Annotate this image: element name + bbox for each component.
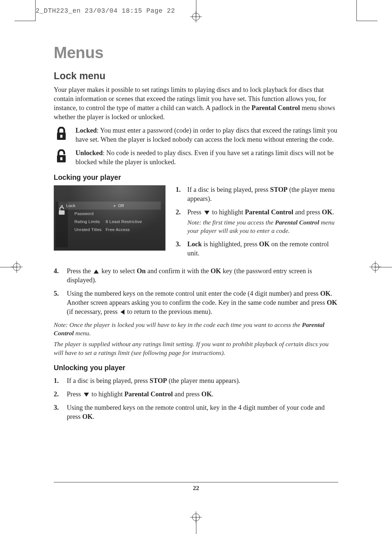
- screenshot-row-lock: ◄ Lock ► Off: [58, 202, 161, 210]
- step-text: If a disc is being played, press STOP (t…: [187, 185, 338, 203]
- page-number: 22: [0, 485, 392, 492]
- footer-rule: [54, 482, 338, 482]
- step-3: 3. Lock is highlighted, press OK on the …: [176, 240, 338, 258]
- note-locked: Note: Once the player is locked you will…: [54, 321, 338, 338]
- unlocked-label: Unlocked: [75, 149, 103, 157]
- step-number: 3.: [54, 403, 64, 421]
- locked-desc: : You must enter a password (code) in or…: [75, 127, 337, 143]
- unlock-steps: 1. If a disc is being played, press STOP…: [54, 376, 338, 421]
- cell-l: Password: [58, 211, 106, 216]
- step-text: Using the numbered keys on the remote co…: [67, 403, 338, 421]
- step-text: Lock is highlighted, press OK on the rem…: [187, 240, 338, 258]
- screenshot-row-unrated: Unrated Titles Free Access: [58, 226, 161, 234]
- screenshot-row-password: Password: [58, 210, 161, 218]
- lock-closed-icon: [54, 126, 69, 141]
- svg-rect-15: [60, 157, 62, 160]
- left-arrow-icon: [121, 310, 124, 315]
- step-number: 2.: [54, 390, 64, 399]
- unlock-step-3: 3. Using the numbered keys on the remote…: [54, 403, 338, 421]
- sub-heading-locking: Locking your player: [54, 173, 338, 182]
- step-number: 2.: [176, 208, 184, 235]
- locking-split: ◄ Lock ► Off Password Rating Limits 8 Le…: [54, 185, 338, 262]
- unlocked-text: Unlocked: No code is needed to play disc…: [75, 149, 338, 167]
- step-text: If a disc is being played, press STOP (t…: [67, 376, 338, 385]
- full-width-steps: 4. Press the key to select On and confir…: [54, 267, 338, 316]
- cell-r: 8 Least Restrictive: [106, 219, 161, 224]
- step-text: Press to highlight Parental Control and …: [67, 390, 338, 399]
- step-number: 5.: [54, 289, 64, 316]
- registration-mark-right: [369, 261, 381, 273]
- unlocked-desc: : No code is needed to play discs. Even …: [75, 149, 334, 166]
- step-2: 2. Press to highlight Parental Control a…: [176, 208, 338, 235]
- steps-right: 1. If a disc is being played, press STOP…: [176, 185, 338, 262]
- registration-mark-bottom: [190, 511, 202, 523]
- menu-screenshot: ◄ Lock ► Off Password Rating Limits 8 Le…: [54, 185, 166, 251]
- up-arrow-icon: [94, 270, 99, 274]
- corner-mark-tl: [15, 0, 36, 21]
- svg-rect-13: [60, 135, 62, 138]
- step-text: Press the key to select On and confirm i…: [67, 267, 338, 285]
- step-text: Using the numbered keys on the remote co…: [67, 289, 338, 316]
- step-5: 5. Using the numbered keys on the remote…: [54, 289, 338, 316]
- intro-bold: Parental Control: [252, 104, 300, 112]
- unlocked-row: Unlocked: No code is needed to play disc…: [54, 149, 338, 167]
- note-supply: The player is supplied without any ratin…: [54, 340, 338, 357]
- intro-paragraph: Your player makes it possible to set rat…: [54, 85, 338, 122]
- unlock-step-2: 2. Press to highlight Parental Control a…: [54, 390, 338, 399]
- unlock-step-1: 1. If a disc is being played, press STOP…: [54, 376, 338, 385]
- cell-r: Free Access: [106, 227, 161, 232]
- page-title: Menus: [54, 44, 338, 62]
- step-number: 4.: [54, 267, 64, 285]
- cell-l: Rating Limits: [58, 219, 106, 224]
- cell-l: Unrated Titles: [58, 227, 106, 232]
- print-header: 2_DTH223_en 23/03/04 18:15 Page 22: [36, 7, 175, 15]
- arrow-right-icon: ►: [112, 203, 118, 208]
- arrow-left-icon: ◄: [58, 203, 65, 208]
- down-arrow-icon: [204, 211, 209, 215]
- down-arrow-icon: [84, 393, 89, 397]
- step-number: 1.: [176, 185, 184, 203]
- step-number: 1.: [54, 376, 64, 385]
- locked-text: Locked: You must enter a password (code)…: [75, 126, 338, 144]
- cell-l: Lock: [65, 203, 112, 208]
- corner-mark-tr: [356, 0, 377, 21]
- registration-mark-left: [11, 261, 23, 273]
- step-number: 3.: [176, 240, 184, 258]
- sub-heading-unlocking: Unlocking you player: [54, 364, 338, 372]
- step-2-note: Note: the first time you access the Pare…: [187, 218, 338, 235]
- lock-open-icon: [54, 149, 69, 163]
- screenshot-row-rating: Rating Limits 8 Least Restrictive: [58, 218, 161, 226]
- page-content: Menus Lock menu Your player makes it pos…: [36, 29, 356, 505]
- registration-mark-top: [190, 11, 202, 23]
- step-4: 4. Press the key to select On and confir…: [54, 267, 338, 285]
- locked-label: Locked: [75, 127, 97, 134]
- cell-r: Off: [118, 203, 161, 208]
- step-1: 1. If a disc is being played, press STOP…: [176, 185, 338, 203]
- section-heading: Lock menu: [54, 70, 338, 82]
- step-text: Press to highlight Parental Control and …: [187, 208, 338, 235]
- locked-row: Locked: You must enter a password (code)…: [54, 126, 338, 144]
